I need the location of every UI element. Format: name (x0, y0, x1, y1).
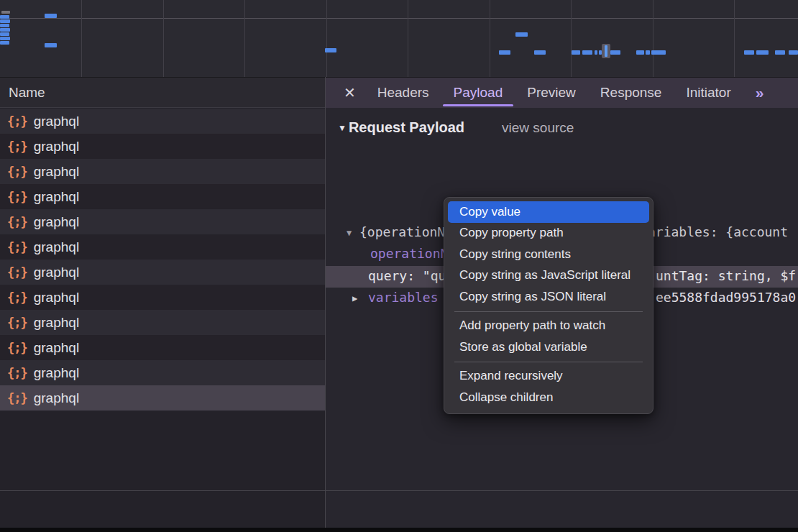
expand-arrow-icon[interactable]: ▶ (352, 293, 357, 303)
network-request-row[interactable]: {;}graphql (0, 134, 325, 159)
waterfall-bar (0, 32, 9, 36)
waterfall-bar (636, 50, 644, 55)
network-request-row[interactable]: {;}graphql (0, 335, 325, 360)
menu-item-expand-recursively[interactable]: Expand recursively (448, 366, 649, 387)
section-title: Request Payload (349, 119, 464, 136)
footer-divider (0, 490, 798, 491)
menu-separator (454, 311, 643, 312)
waterfall-bar (605, 45, 607, 57)
waterfall-bar (499, 50, 510, 55)
menu-separator (454, 362, 643, 362)
network-request-row[interactable]: {;}graphql (0, 159, 325, 184)
waterfall-bar (582, 50, 592, 55)
request-payload-section: ▼ Request Payload view source (338, 119, 574, 136)
waterfall-bar (45, 43, 57, 47)
tab-preview[interactable]: Preview (527, 78, 576, 108)
tree-row-content: query: "qu (368, 268, 446, 283)
network-request-row[interactable]: {;}graphql (0, 234, 325, 260)
tab-payload[interactable]: Payload (454, 78, 503, 108)
context-menu: Copy valueCopy property pathCopy string … (444, 197, 653, 414)
menu-item-store-as-global-variable[interactable]: Store as global variable (448, 336, 649, 358)
overview-gridline (653, 0, 653, 77)
tab-initiator[interactable]: Initiator (686, 78, 730, 108)
request-name-label: graphql (34, 214, 79, 230)
menu-item-copy-value[interactable]: Copy value (448, 201, 649, 223)
tab-response[interactable]: Response (600, 78, 662, 108)
menu-item-copy-string-contents[interactable]: Copy string contents (448, 244, 649, 265)
property-value-right: ee5588fdad995178a0 (656, 290, 796, 305)
waterfall-bar (756, 50, 769, 55)
json-icon: {;} (7, 114, 27, 129)
devtools-window: Name {;}graphql{;}graphql{;}graphql{;}gr… (0, 0, 798, 532)
waterfall-bar (0, 28, 10, 32)
json-icon: {;} (7, 165, 27, 179)
overview-horizontal-gridline (0, 18, 798, 19)
menu-item-add-property-path-to-watch[interactable]: Add property path to watch (448, 316, 649, 337)
network-request-row[interactable]: {;}graphql (0, 209, 325, 234)
json-icon: {;} (7, 139, 27, 154)
network-request-row[interactable]: {;}graphql (0, 184, 325, 209)
property-key: query: (368, 268, 423, 283)
network-request-row[interactable]: {;}graphql (0, 109, 325, 134)
more-tabs-icon[interactable]: » (756, 84, 763, 101)
overview-separator (0, 77, 798, 78)
network-overview[interactable] (0, 0, 798, 77)
request-name-label: graphql (34, 265, 79, 280)
json-icon: {;} (7, 190, 27, 204)
waterfall-bar (789, 50, 798, 55)
waterfall-bar (651, 50, 666, 55)
waterfall-bar (0, 37, 10, 40)
waterfall-bar (325, 48, 336, 52)
waterfall-bar (595, 50, 597, 55)
waterfall-bar (0, 41, 9, 45)
network-request-row[interactable]: {;}graphql (0, 360, 325, 385)
tabs-holder: HeadersPayloadPreviewResponseInitiator (377, 78, 756, 108)
window-bottom-edge (0, 528, 798, 532)
request-name-label: graphql (34, 390, 79, 406)
property-value-left: "qu (423, 268, 446, 283)
waterfall-bar (45, 14, 57, 18)
network-request-row[interactable]: {;}graphql (0, 385, 325, 411)
panel-splitter[interactable] (325, 77, 326, 532)
waterfall-bar (0, 19, 10, 23)
overview-gridline (571, 0, 572, 77)
json-icon: {;} (7, 341, 27, 355)
tab-headers[interactable]: Headers (377, 78, 429, 108)
menu-item-copy-string-as-json-literal[interactable]: Copy string as JSON literal (448, 286, 649, 308)
menu-item-copy-string-as-javascript-literal[interactable]: Copy string as JavaScript literal (448, 265, 649, 287)
property-value-right: untTag: string, $f (656, 268, 796, 283)
overview-gridline (244, 0, 245, 77)
json-icon: {;} (7, 391, 27, 405)
menu-item-collapse-children[interactable]: Collapse children (448, 387, 649, 408)
json-icon: {;} (7, 240, 27, 254)
json-icon: {;} (7, 215, 27, 229)
request-name-label: graphql (34, 315, 79, 331)
json-icon: {;} (7, 366, 27, 380)
details-tab-bar: ✕ HeadersPayloadPreviewResponseInitiator… (326, 78, 798, 108)
waterfall-bar (744, 50, 754, 55)
json-icon: {;} (7, 290, 27, 305)
section-collapse-icon[interactable]: ▼ (338, 123, 347, 133)
view-source-link[interactable]: view source (502, 120, 574, 136)
waterfall-bar (572, 50, 580, 55)
network-request-row[interactable]: {;}graphql (0, 285, 325, 310)
request-name-label: graphql (34, 139, 79, 155)
waterfall-bar (610, 50, 620, 55)
network-request-row[interactable]: {;}graphql (0, 260, 325, 285)
json-icon: {;} (7, 316, 27, 330)
close-icon[interactable]: ✕ (344, 86, 356, 100)
name-column-label: Name (9, 85, 45, 101)
network-request-panel: Name {;}graphql{;}graphql{;}graphql{;}gr… (0, 78, 325, 532)
overview-gridline (81, 0, 82, 77)
waterfall-bar (534, 50, 546, 55)
request-name-label: graphql (34, 114, 79, 129)
name-column-header[interactable]: Name (0, 78, 325, 108)
network-request-row[interactable]: {;}graphql (0, 310, 325, 335)
menu-item-copy-property-path[interactable]: Copy property path (448, 223, 649, 244)
json-icon: {;} (7, 265, 27, 280)
waterfall-bar (646, 50, 650, 55)
waterfall-bar (515, 32, 528, 37)
waterfall-bar (775, 50, 785, 55)
request-name-label: graphql (34, 164, 79, 180)
overview-gridline (326, 0, 327, 77)
